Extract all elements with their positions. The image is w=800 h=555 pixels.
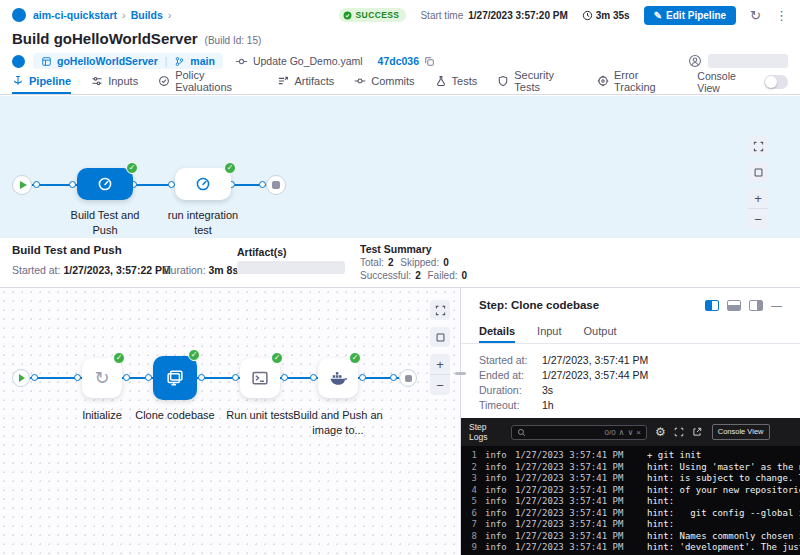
- user-name-redacted: [708, 54, 788, 68]
- toggle-knob: [765, 76, 777, 88]
- steps-start-node[interactable]: [12, 369, 30, 387]
- zoom-in-button[interactable]: +: [430, 354, 450, 375]
- canvas-fullscreen-button[interactable]: [748, 136, 768, 156]
- clone-codebase-icon: [165, 368, 185, 388]
- canvas-fit-button[interactable]: [430, 327, 450, 347]
- branch-name[interactable]: main: [190, 55, 215, 67]
- log-line: 4info1/27/2023 3:57:41 PMhint: of your n…: [461, 485, 800, 497]
- kebab-menu-button[interactable]: ⋮: [775, 9, 788, 22]
- field-ended-at: Ended at:1/27/2023, 3:57:44 PM: [479, 369, 648, 381]
- log-line: 7info1/27/2023 3:57:41 PMhint:: [461, 519, 800, 531]
- zoom-in-button[interactable]: +: [748, 188, 768, 209]
- success-badge-icon: ✓: [113, 352, 125, 364]
- pill-divider: |: [165, 56, 168, 67]
- field-timeout: Timeout:1h: [479, 399, 554, 411]
- shield-icon: [497, 75, 509, 87]
- log-line: 2info1/27/2023 3:57:41 PMhint: Using 'ma…: [461, 462, 800, 474]
- minimize-panel-button[interactable]: —: [771, 299, 782, 311]
- log-search-box[interactable]: 0/0 ∧ ∨ ×: [511, 425, 647, 440]
- log-open-external-button[interactable]: [692, 427, 702, 437]
- commit-icon: [235, 55, 248, 68]
- inputs-icon: [91, 75, 103, 87]
- tab-input[interactable]: Input: [537, 320, 561, 343]
- log-settings-button[interactable]: ⚙: [655, 426, 666, 438]
- canvas-zoom-controls: + −: [430, 354, 450, 395]
- edit-pipeline-button[interactable]: ✎ Edit Pipeline: [644, 6, 736, 25]
- console-view-button[interactable]: Console View: [712, 424, 770, 439]
- fullscreen-icon: [435, 305, 446, 316]
- step-node-initialize[interactable]: ↻: [82, 358, 122, 398]
- breadcrumb-project[interactable]: aim-ci-quickstart: [33, 9, 117, 21]
- tab-details[interactable]: Details: [479, 320, 515, 343]
- search-next-button[interactable]: ∨: [627, 428, 633, 437]
- tab-artifacts[interactable]: Artifacts: [277, 70, 334, 94]
- view-bottom-button[interactable]: [727, 300, 741, 311]
- build-page: aim-ci-quickstart › Builds › SUCCESS Sta…: [0, 0, 800, 555]
- log-body[interactable]: 1info1/27/2023 3:57:41 PM+ git init 2inf…: [461, 446, 800, 554]
- view-right-button[interactable]: [749, 300, 763, 311]
- tab-pipeline[interactable]: Pipeline: [12, 70, 71, 94]
- panel-resize-handle[interactable]: [455, 372, 466, 375]
- docker-icon: [328, 368, 348, 388]
- step-label[interactable]: Initialize: [62, 408, 142, 423]
- flask-icon: [435, 75, 447, 87]
- breadcrumb-builds[interactable]: Builds: [131, 9, 163, 21]
- stage-label[interactable]: Build Test and Push: [60, 208, 150, 238]
- zoom-out-button[interactable]: −: [430, 375, 450, 395]
- codebase-pill[interactable]: goHelloWorldServer | main: [33, 53, 223, 69]
- stop-icon: [405, 375, 412, 382]
- search-prev-button[interactable]: ∧: [619, 428, 625, 437]
- log-fullscreen-button[interactable]: [674, 427, 684, 437]
- copy-icon[interactable]: [424, 56, 435, 67]
- step-panel-title: Step: Clone codebase: [479, 299, 599, 311]
- tab-output[interactable]: Output: [584, 320, 617, 343]
- tab-error-tracking[interactable]: Error Tracking: [597, 70, 677, 94]
- right-view-icon: [757, 301, 762, 310]
- tab-policy-evaluations[interactable]: Policy Evaluations: [158, 70, 257, 94]
- tab-tests[interactable]: Tests: [435, 70, 478, 94]
- graph-port: [31, 374, 38, 381]
- step-panel-tabs: Details Input Output: [461, 320, 800, 344]
- console-view-toggle[interactable]: [764, 75, 788, 89]
- duration-label: Duration:: [163, 264, 206, 276]
- project-logo-icon: [12, 8, 26, 22]
- start-time-label: Start time: [420, 10, 463, 21]
- log-search-input[interactable]: [529, 427, 601, 437]
- canvas-fit-button[interactable]: [748, 162, 768, 182]
- zoom-out-button[interactable]: −: [748, 209, 768, 229]
- stage-node-run-integration-test[interactable]: [175, 168, 231, 200]
- tab-security-tests[interactable]: Security Tests: [497, 70, 577, 94]
- stage-label[interactable]: run integration test: [160, 208, 246, 238]
- refresh-button[interactable]: ↻: [750, 9, 761, 22]
- total-label: Total:: [360, 257, 384, 268]
- log-line: 9info1/27/2023 3:57:41 PMhint: 'developm…: [461, 542, 800, 554]
- play-icon: [20, 181, 27, 189]
- stage-node-build-test-and-push[interactable]: [77, 168, 133, 200]
- pipeline-start-node[interactable]: [12, 175, 32, 195]
- build-tabs: Pipeline Inputs Policy Evaluations Artif…: [0, 70, 800, 95]
- policy-icon: [158, 75, 170, 87]
- build-id: (Build Id: 15): [205, 35, 262, 46]
- fullscreen-icon: [753, 141, 764, 152]
- step-node-build-and-push[interactable]: [318, 358, 358, 398]
- commit-sha-link[interactable]: 47dc036: [378, 55, 419, 67]
- tab-inputs[interactable]: Inputs: [91, 70, 138, 94]
- graph-port: [310, 374, 317, 381]
- step-node-clone-codebase[interactable]: [153, 356, 197, 400]
- step-label[interactable]: Clone codebase: [133, 408, 217, 423]
- play-icon: [19, 374, 25, 382]
- fullscreen-icon: [674, 427, 684, 437]
- failed-value: 0: [462, 270, 468, 281]
- test-summary-title: Test Summary: [360, 243, 432, 255]
- success-badge-icon: ✓: [188, 349, 200, 361]
- view-split-button[interactable]: [705, 300, 719, 311]
- graph-port: [74, 374, 81, 381]
- ci-stage-icon: [195, 176, 211, 192]
- step-label[interactable]: Build and Push an image to...: [292, 408, 384, 438]
- canvas-fullscreen-button[interactable]: [430, 300, 450, 320]
- search-close-button[interactable]: ×: [636, 428, 641, 437]
- step-node-run-unit-tests[interactable]: [240, 358, 280, 398]
- repo-name[interactable]: goHelloWorldServer: [57, 55, 158, 67]
- step-label[interactable]: Run unit tests: [220, 408, 300, 423]
- tab-commits[interactable]: Commits: [354, 70, 414, 94]
